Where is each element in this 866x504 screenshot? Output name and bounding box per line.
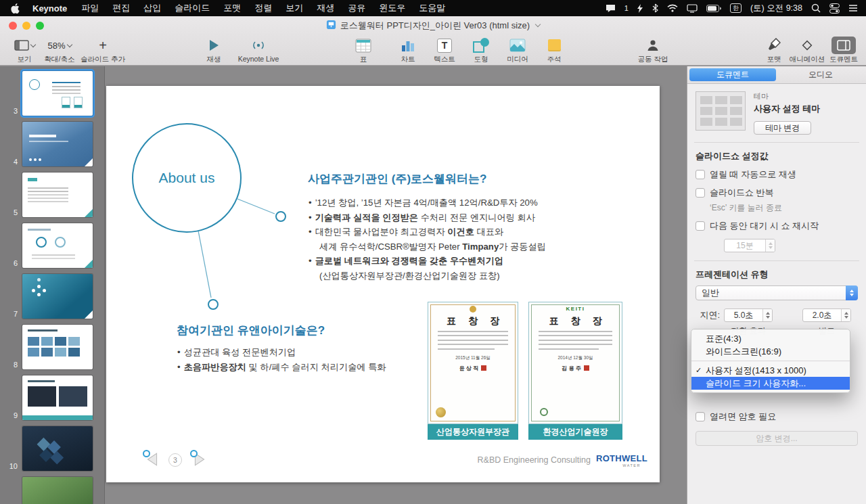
checkbox[interactable] bbox=[696, 412, 705, 421]
notification-center-icon[interactable] bbox=[848, 4, 858, 12]
transition-delay-stepper[interactable]: 5.0초 bbox=[724, 308, 773, 322]
menu-item-standard-4-3[interactable]: 표준(4:3) bbox=[691, 332, 850, 345]
section1-bullets[interactable]: •’12년 창업, ’15년 자본금 4억/매출액 12억/R&D투자 20% … bbox=[309, 196, 546, 283]
slide-thumbnail-row-7[interactable]: 7 bbox=[0, 274, 104, 319]
wifi-icon[interactable] bbox=[667, 4, 678, 12]
next-slide-button[interactable] bbox=[191, 451, 209, 469]
tab-document[interactable]: 도큐멘트 bbox=[689, 68, 776, 81]
slide[interactable]: About us 사업주관기관인 (주)로스웰워터는? •’12년 창업, ’1… bbox=[106, 86, 660, 482]
menu-view[interactable]: 보기 bbox=[286, 2, 303, 14]
play-icon bbox=[208, 39, 220, 52]
minimize-button[interactable] bbox=[22, 22, 30, 30]
menu-slide[interactable]: 슬라이드 bbox=[175, 2, 210, 14]
menu-format[interactable]: 포맷 bbox=[223, 2, 241, 14]
menu-file[interactable]: 파일 bbox=[81, 2, 99, 14]
slide-thumbnail-row-8[interactable]: 8 bbox=[0, 325, 104, 369]
format-button[interactable]: 포맷 bbox=[758, 37, 790, 64]
spotlight-icon[interactable] bbox=[811, 3, 821, 13]
collaborate-button[interactable]: 공동 작업 bbox=[630, 37, 676, 64]
slide-thumbnail[interactable] bbox=[22, 71, 93, 116]
certificate-image-1[interactable]: 표 창 장 2015년 11월 26일 윤 상 직 bbox=[428, 302, 518, 424]
menu-play[interactable]: 재생 bbox=[317, 2, 334, 14]
menu-arrange[interactable]: 정렬 bbox=[254, 2, 272, 14]
slide-thumbnail[interactable] bbox=[22, 375, 93, 420]
play-button[interactable]: 재생 bbox=[200, 37, 227, 64]
title-disclosure-icon[interactable] bbox=[535, 22, 541, 27]
build-delay-stepper[interactable]: 2.0초 bbox=[802, 308, 851, 322]
insert-table-button[interactable]: 표 bbox=[344, 37, 382, 64]
slide-thumbnail-row-4[interactable]: 4 bbox=[0, 122, 104, 166]
section2-heading[interactable]: 참여기관인 유앤아이기술은? bbox=[177, 323, 325, 338]
slide-thumbnail-row-11[interactable] bbox=[0, 477, 104, 504]
stepper-arrows[interactable] bbox=[762, 309, 772, 321]
menu-item-customize-slide-size[interactable]: 슬라이드 크기 사용자화... bbox=[691, 377, 850, 390]
password-checkbox-row[interactable]: 열려면 암호 필요 bbox=[696, 411, 858, 423]
keynote-live-button[interactable]: Keynote Live bbox=[233, 37, 284, 63]
apple-menu-icon[interactable] bbox=[11, 3, 20, 14]
section1-heading[interactable]: 사업주관기관인 (주)로스웰워터는? bbox=[308, 171, 486, 187]
slide-thumbnail-row-10[interactable]: 10 bbox=[0, 426, 104, 471]
menu-item-custom-size[interactable]: ✓사용자 설정(1413 x 1000) bbox=[691, 364, 850, 377]
slide-thumbnail[interactable] bbox=[22, 426, 93, 471]
autoplay-checkbox-row[interactable]: 열릴 때 자동으로 재생 bbox=[696, 168, 858, 181]
add-slide-button[interactable]: + 슬라이드 추가 bbox=[80, 37, 126, 64]
app-menu-keynote[interactable]: Keynote bbox=[32, 3, 67, 14]
gold-medal-icon bbox=[436, 407, 446, 417]
idle-duration-stepper[interactable]: 15분 bbox=[724, 239, 775, 252]
slide-thumbnail[interactable] bbox=[22, 122, 93, 166]
insert-media-button[interactable]: 미디어 bbox=[499, 37, 537, 64]
slide-thumbnail[interactable] bbox=[22, 325, 93, 369]
slide-canvas-area: About us 사업주관기관인 (주)로스웰워터는? •’12년 창업, ’1… bbox=[105, 66, 687, 504]
change-password-button[interactable]: 암호 변경... bbox=[696, 431, 858, 446]
stepper-arrows[interactable] bbox=[765, 239, 775, 252]
presentation-type-select[interactable]: 일반 bbox=[696, 285, 858, 300]
close-button[interactable] bbox=[9, 22, 17, 30]
fullscreen-button[interactable] bbox=[36, 22, 44, 30]
messages-icon[interactable] bbox=[606, 4, 616, 13]
insert-chart-button[interactable]: 차트 bbox=[389, 37, 427, 64]
tab-audio[interactable]: 오디오 bbox=[777, 68, 864, 81]
menu-share[interactable]: 공유 bbox=[348, 2, 365, 14]
slide-thumbnail-row-3[interactable]: 3 bbox=[0, 71, 104, 116]
slide-thumbnail[interactable] bbox=[22, 173, 93, 217]
document-button[interactable]: 도큐멘트 bbox=[825, 37, 863, 64]
view-button[interactable]: 보기 bbox=[9, 37, 39, 64]
slide-thumbnail-row-6[interactable]: 6 bbox=[0, 223, 104, 268]
menu-item-widescreen-16-9[interactable]: 와이드스크린(16:9) bbox=[691, 345, 850, 358]
certificate-image-2[interactable]: KEITI 표 창 장 2014년 12월 30일 김 용 주 bbox=[528, 302, 622, 424]
insert-text-button[interactable]: T 텍스트 bbox=[426, 37, 463, 64]
menu-clock[interactable]: (토) 오전 9:38 bbox=[750, 3, 802, 14]
stepper-arrows[interactable] bbox=[841, 309, 850, 321]
slide-thumbnail[interactable] bbox=[22, 477, 93, 504]
restart-checkbox-row[interactable]: 다음 동안 대기 시 쇼 재시작 bbox=[696, 220, 858, 232]
display-mirroring-icon[interactable] bbox=[687, 4, 698, 13]
slide-thumbnail-row-9[interactable]: 9 bbox=[0, 375, 104, 420]
loop-checkbox-row[interactable]: 슬라이드쇼 반복 bbox=[696, 187, 858, 199]
input-source-badge[interactable]: 한 bbox=[730, 3, 742, 13]
zoom-control[interactable]: 58% 확대/축소 bbox=[42, 37, 77, 64]
section2-bullets[interactable]: •성균관대 육성 전문벤처기업 •초음파반응장치 및 하/폐수 슬러지 처리기술… bbox=[177, 345, 386, 374]
battery-icon[interactable] bbox=[706, 5, 721, 12]
slide-thumbnail-row-5[interactable]: 5 bbox=[0, 173, 104, 217]
menu-edit[interactable]: 편집 bbox=[112, 2, 130, 14]
change-theme-button[interactable]: 테마 변경 bbox=[754, 121, 811, 135]
menu-help[interactable]: 도움말 bbox=[419, 2, 445, 14]
checkbox[interactable] bbox=[696, 188, 705, 198]
insert-comment-button[interactable]: 주석 bbox=[535, 37, 573, 64]
menu-window[interactable]: 윈도우 bbox=[379, 2, 405, 14]
previous-slide-button[interactable] bbox=[144, 451, 162, 469]
control-center-icon[interactable] bbox=[829, 3, 840, 14]
insert-shape-button[interactable]: 도형 bbox=[462, 37, 500, 64]
slide-thumbnail[interactable] bbox=[22, 274, 93, 319]
checkbox[interactable] bbox=[696, 170, 705, 179]
energy-icon[interactable] bbox=[637, 4, 643, 13]
document-panel-icon bbox=[831, 37, 856, 54]
chart-icon bbox=[401, 39, 415, 53]
slide-thumbnail[interactable] bbox=[22, 223, 93, 268]
checkbox[interactable] bbox=[696, 221, 705, 231]
bluetooth-icon[interactable] bbox=[652, 3, 658, 13]
about-us-circle[interactable]: About us bbox=[132, 123, 242, 233]
animate-button[interactable]: 애니메이션 bbox=[788, 37, 826, 64]
theme-thumbnail[interactable] bbox=[696, 91, 746, 131]
menu-insert[interactable]: 삽입 bbox=[143, 2, 161, 14]
